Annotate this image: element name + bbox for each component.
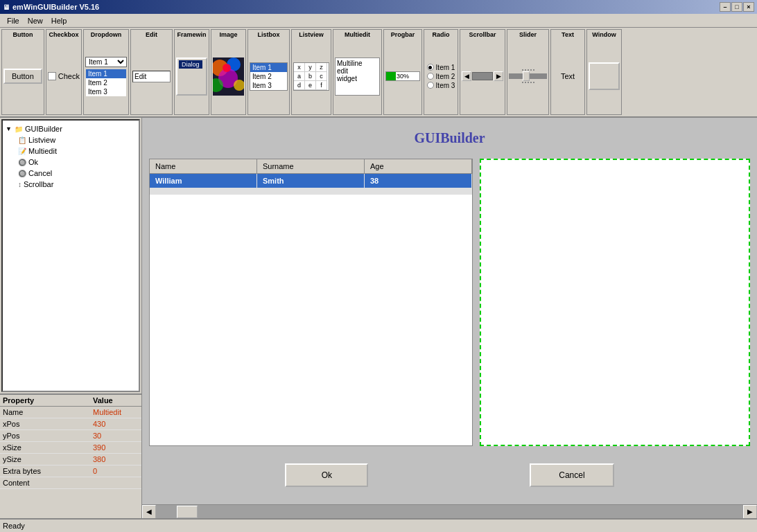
tree-item-label[interactable]: Cancel (28, 169, 52, 177)
tree-root[interactable]: ▼ 📁 GUIBuilder (6, 123, 136, 134)
scroll-right-btn[interactable]: ▶ (494, 71, 503, 81)
checkbox-widget[interactable]: Check (48, 72, 80, 80)
edit-input[interactable] (132, 71, 171, 82)
dropdown-list: Item 1 Item 2 Item 3 (86, 69, 126, 96)
listbox-item-3[interactable]: Item 3 (250, 81, 287, 90)
slider-thumb[interactable] (523, 71, 530, 81)
menu-help[interactable]: Help (47, 15, 71, 26)
slider-dot (530, 82, 532, 83)
scroll-left-btn[interactable]: ◀ (462, 71, 471, 81)
listbox-item-1[interactable]: Item 1 (250, 63, 287, 72)
tree-item-label[interactable]: Ok (28, 158, 38, 166)
widget-listbox: Listbox Item 1 Item 2 Item 3 (247, 29, 290, 115)
widget-checkbox: Checkbox Check (46, 29, 82, 115)
widget-framewin: Framewin Dialog (174, 29, 209, 115)
lv-row-1[interactable]: William Smith 38 (150, 174, 472, 188)
scroll-thumb[interactable] (177, 506, 198, 518)
framewin-widget[interactable]: Dialog (176, 57, 207, 96)
canvas-buttons: Ok Cancel (149, 453, 750, 497)
checkbox-box[interactable] (48, 72, 56, 80)
scroll-left-btn[interactable]: ◀ (142, 505, 156, 519)
widget-slider-preview[interactable] (509, 39, 547, 113)
radio-item-1[interactable]: Item 1 (427, 64, 455, 71)
tree-item-scrollbar[interactable]: ↕ Scrollbar (18, 179, 136, 190)
slider-track[interactable] (509, 73, 547, 79)
minimize-button[interactable]: – (720, 2, 731, 12)
widget-edit: Edit (130, 29, 173, 115)
radio-item-2[interactable]: Item 2 (427, 73, 455, 80)
props-header-property: Property (3, 396, 93, 405)
widget-listview-preview[interactable]: x y z a b c d e f (293, 39, 329, 113)
lv-hdr-y: y (305, 63, 316, 72)
window-widget[interactable] (589, 62, 620, 90)
dropdown-item-2[interactable]: Item 2 (86, 78, 126, 87)
progbar-text: 30% (386, 73, 419, 80)
props-row: xPos430 (0, 418, 141, 430)
maximize-button[interactable]: □ (731, 2, 742, 12)
slider-dots-top (509, 69, 547, 71)
widget-radio: Radio Item 1 Item 2 Item 3 (424, 29, 458, 115)
tree-item-label[interactable]: Listview (28, 136, 55, 144)
titlebar: 🖥 emWinGUIBuilder V5.16 – □ × (0, 0, 757, 14)
close-button[interactable]: × (743, 2, 754, 12)
widget-scrollbar-preview[interactable]: ◀ ▶ (462, 39, 503, 113)
widget-dropdown-preview[interactable]: Item 1 Item 2 Item 3 Item 1 Item 2 Item … (85, 39, 127, 113)
slider-dot (522, 69, 523, 71)
radio-label-2: Item 2 (436, 73, 455, 80)
menu-file[interactable]: File (3, 15, 24, 26)
tree-item-label[interactable]: Scrollbar (24, 180, 53, 188)
tree-root-label[interactable]: GUIBuilder (25, 125, 62, 133)
scrollbar-widget[interactable]: ◀ ▶ (462, 71, 503, 81)
dropdown-item-1[interactable]: Item 1 (86, 69, 126, 78)
tree-panel[interactable]: ▼ 📁 GUIBuilder 📋 Listview 📝 Multiedit 🔘 … (1, 119, 140, 392)
image-widget[interactable] (213, 57, 244, 96)
widget-checkbox-preview[interactable]: Check (48, 39, 80, 113)
dropdown-item-3[interactable]: Item 3 (86, 87, 126, 96)
cancel-button[interactable]: Cancel (530, 463, 614, 487)
widget-image-label: Image (219, 31, 237, 38)
radio-btn-3[interactable] (427, 82, 434, 89)
radio-btn-1[interactable] (427, 64, 434, 71)
widget-window-preview[interactable] (589, 39, 620, 113)
widget-image-preview[interactable] (213, 39, 244, 113)
tree-item-icon: 📋 (18, 136, 26, 144)
widget-radio-preview[interactable]: Item 1 Item 2 Item 3 (427, 39, 455, 113)
tree-item-cancel[interactable]: 🔘 Cancel (18, 168, 136, 179)
lv-header-age: Age (365, 159, 472, 173)
radio-item-3[interactable]: Item 3 (427, 82, 455, 89)
widget-edit-preview[interactable] (132, 39, 171, 113)
tree-item-icon: ↕ (18, 181, 21, 188)
widget-multiedit: Multiedit Multiline edit widget (333, 29, 382, 115)
tree-item-listview[interactable]: 📋 Listview (18, 134, 136, 145)
radio-btn-2[interactable] (427, 73, 434, 80)
tree-expand-icon[interactable]: ▼ (6, 125, 12, 132)
widget-button-preview[interactable]: Button (3, 39, 42, 113)
listbox-widget[interactable]: Item 1 Item 2 Item 3 (250, 62, 288, 91)
canvas-scrollbar[interactable]: ◀ ▶ (142, 504, 757, 518)
props-row: xSize390 (0, 442, 141, 454)
canvas-listview[interactable]: Name Surname Age William Smith 38 (149, 159, 473, 446)
slider-widget[interactable] (509, 69, 547, 83)
props-panel: Property Value NameMultieditxPos430yPos3… (0, 393, 141, 518)
widget-framewin-preview[interactable]: Dialog (176, 39, 207, 113)
dropdown-select[interactable]: Item 1 Item 2 Item 3 (85, 57, 127, 67)
canvas-multiedit[interactable] (480, 159, 750, 446)
scroll-track (472, 72, 493, 80)
listbox-item-2[interactable]: Item 2 (250, 72, 287, 81)
multiedit-widget-small[interactable]: Multiline edit widget (335, 57, 380, 96)
button-widget-btn[interactable]: Button (3, 69, 42, 84)
widget-text-label: Text (562, 31, 574, 38)
lv-hdr-z: z (316, 63, 327, 72)
scroll-track[interactable] (156, 505, 743, 518)
tree-item-ok[interactable]: 🔘 Ok (18, 157, 136, 168)
ok-button[interactable]: Ok (285, 463, 368, 487)
tree-item-multiedit[interactable]: 📝 Multiedit (18, 145, 136, 157)
tree-item-label[interactable]: Multiedit (28, 147, 57, 155)
scroll-right-btn[interactable]: ▶ (743, 505, 757, 519)
widget-multiedit-preview[interactable]: Multiline edit widget (335, 39, 380, 113)
widget-listbox-preview[interactable]: Item 1 Item 2 Item 3 (250, 39, 288, 113)
design-canvas: GUIBuilder Name Surname Age William Smit… (142, 118, 757, 518)
widget-window: Window (586, 29, 622, 115)
menu-new[interactable]: New (24, 15, 47, 26)
widget-slider-label: Slider (519, 31, 537, 38)
